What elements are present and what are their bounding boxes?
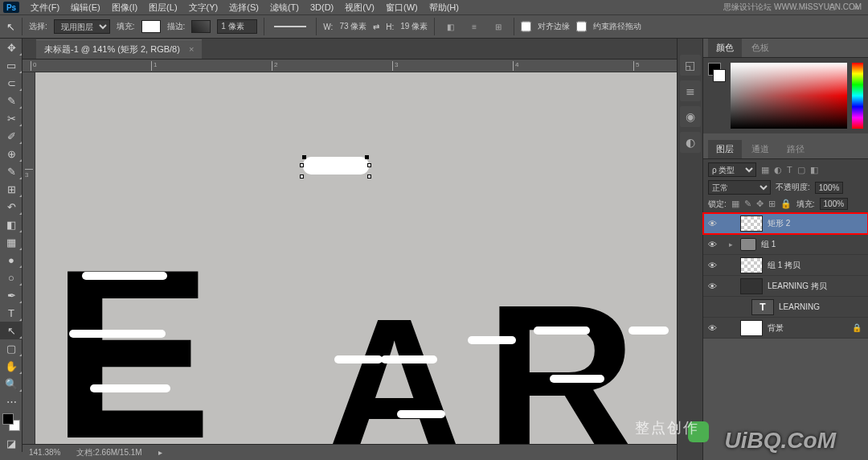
fill-opacity-value[interactable]: 100% [820, 198, 849, 210]
quick-select-tool[interactable]: ✎ [0, 92, 23, 109]
menu-help[interactable]: 帮助(H) [429, 2, 459, 14]
layer-name[interactable]: 背景 [768, 322, 784, 334]
stroke-width-input[interactable] [217, 19, 257, 34]
layer-row[interactable]: TLEARNING [703, 297, 868, 318]
visibility-icon[interactable]: 👁 [708, 323, 719, 333]
filter-adjust-icon[interactable]: ◐ [774, 165, 782, 175]
blur-tool[interactable]: ● [0, 251, 23, 269]
stroke-style[interactable] [274, 26, 306, 27]
menu-window[interactable]: 窗口(W) [386, 2, 418, 14]
expand-icon[interactable]: ▸ [729, 240, 735, 248]
hand-tool[interactable]: ✋ [0, 357, 23, 375]
visibility-icon[interactable]: 👁 [708, 219, 719, 228]
zoom-level[interactable]: 141.38% [29, 448, 60, 457]
visibility-icon[interactable]: 👁 [708, 261, 719, 270]
arrange-icon[interactable]: ⊞ [489, 18, 507, 35]
constrain-path-checkbox[interactable] [576, 19, 587, 34]
w-value[interactable]: 73 像素 [339, 21, 366, 32]
brush-tool[interactable]: ✎ [0, 162, 23, 180]
ruler-horizontal[interactable]: 0 1 2 3 4 5 [23, 60, 702, 72]
lock-all-icon[interactable]: 🔒 [780, 199, 792, 209]
lock-artboard-icon[interactable]: ⊞ [768, 199, 776, 209]
channels-tab[interactable]: 通道 [743, 140, 777, 158]
zoom-tool[interactable]: 🔍 [0, 375, 23, 392]
layer-name[interactable]: 组 1 [761, 239, 776, 250]
properties-panel-icon[interactable]: ≣ [680, 80, 701, 101]
layer-row[interactable]: 👁组 1 拷贝 [703, 255, 868, 276]
color-fg-bg[interactable] [708, 63, 726, 129]
h-value[interactable]: 19 像素 [400, 21, 428, 32]
shape-tool[interactable]: ▢ [0, 339, 23, 357]
color-tab[interactable]: 颜色 [708, 39, 742, 57]
ruler-vertical[interactable]: 3 [23, 72, 35, 444]
history-panel-icon[interactable]: ◱ [680, 55, 701, 76]
lock-position-icon[interactable]: ✥ [756, 199, 764, 209]
layer-row[interactable]: 👁矩形 2 [703, 213, 868, 234]
layer-name[interactable]: LEARNING [779, 302, 820, 311]
menu-type[interactable]: 文字(Y) [189, 2, 219, 14]
move-tool[interactable]: ✥ [0, 39, 23, 56]
fg-bg-colors[interactable] [2, 413, 20, 431]
pen-tool[interactable]: ✒ [0, 286, 23, 304]
swatches-tab[interactable]: 色板 [743, 39, 777, 57]
edit-toolbar[interactable]: ⋯ [0, 392, 23, 410]
filter-pixel-icon[interactable]: ▦ [761, 165, 769, 175]
cc-libraries-icon[interactable]: ◉ [680, 106, 701, 127]
menu-filter[interactable]: 滤镜(T) [270, 2, 299, 14]
layer-filter-kind[interactable]: ρ 类型 [708, 162, 756, 177]
lasso-tool[interactable]: ⊂ [0, 74, 23, 92]
menu-file[interactable]: 文件(F) [31, 2, 59, 14]
stamp-tool[interactable]: ⊞ [0, 180, 23, 198]
filter-smart-icon[interactable]: ◧ [810, 165, 818, 175]
doc-info[interactable]: 文档:2.66M/15.1M [76, 447, 141, 458]
layer-name[interactable]: 矩形 2 [768, 218, 790, 229]
fill-swatch[interactable] [141, 20, 161, 33]
marquee-tool[interactable]: ▭ [0, 56, 23, 74]
menu-3d[interactable]: 3D(D) [310, 2, 334, 12]
layer-row[interactable]: 👁▸组 1 [703, 234, 868, 255]
color-picker[interactable] [731, 63, 847, 129]
layer-name[interactable]: 组 1 拷贝 [768, 260, 800, 271]
selected-shape[interactable] [303, 157, 369, 175]
path-ops-icon[interactable]: ◧ [441, 18, 459, 35]
dodge-tool[interactable]: ○ [0, 269, 23, 286]
gradient-tool[interactable]: ▦ [0, 233, 23, 251]
menu-view[interactable]: 视图(V) [345, 2, 375, 14]
paths-tab[interactable]: 路径 [779, 140, 813, 158]
link-wh-icon[interactable]: ⇄ [373, 23, 379, 31]
select-mode[interactable]: 现用图层 [54, 19, 110, 34]
eyedropper-tool[interactable]: ✐ [0, 127, 23, 145]
tool-preset-icon[interactable]: ↖ [6, 21, 15, 33]
healing-tool[interactable]: ⊕ [0, 145, 23, 162]
crop-tool[interactable]: ✂ [0, 109, 23, 127]
doc-info-arrow[interactable]: ▸ [158, 448, 162, 457]
type-tool[interactable]: T [0, 304, 23, 322]
adjustments-icon[interactable]: ◐ [680, 132, 701, 153]
align-edges-checkbox[interactable] [521, 19, 531, 34]
visibility-icon[interactable]: 👁 [708, 281, 719, 291]
lock-pixels-icon[interactable]: ✎ [744, 199, 751, 209]
menu-select[interactable]: 选择(S) [229, 2, 259, 14]
document-tab[interactable]: 未标题-1 @ 141% (矩形 2, RGB/8) × [36, 39, 202, 59]
menu-edit[interactable]: 编辑(E) [71, 2, 100, 14]
stroke-swatch[interactable] [191, 20, 211, 33]
tab-close-icon[interactable]: × [189, 44, 194, 54]
opacity-value[interactable]: 100% [815, 182, 844, 194]
hue-slider[interactable] [852, 63, 863, 129]
align-icon[interactable]: ≡ [465, 18, 483, 35]
layer-row[interactable]: 👁背景🔒 [703, 318, 868, 339]
canvas-area[interactable]: E A R [35, 72, 702, 444]
filter-shape-icon[interactable]: ▢ [797, 165, 805, 175]
artboard[interactable]: E A R [35, 72, 678, 444]
visibility-icon[interactable]: 👁 [708, 240, 719, 249]
path-select-tool[interactable]: ↖ [0, 322, 23, 339]
filter-type-icon[interactable]: T [787, 165, 792, 175]
layer-row[interactable]: 👁LEARNING 拷贝 [703, 276, 868, 297]
menu-layer[interactable]: 图层(L) [149, 2, 177, 14]
layers-tab[interactable]: 图层 [708, 140, 742, 158]
history-brush-tool[interactable]: ↶ [0, 198, 23, 216]
layer-name[interactable]: LEARNING 拷贝 [768, 281, 827, 292]
menu-image[interactable]: 图像(I) [112, 2, 137, 14]
blend-mode[interactable]: 正常 [708, 180, 771, 195]
eraser-tool[interactable]: ◧ [0, 216, 23, 233]
